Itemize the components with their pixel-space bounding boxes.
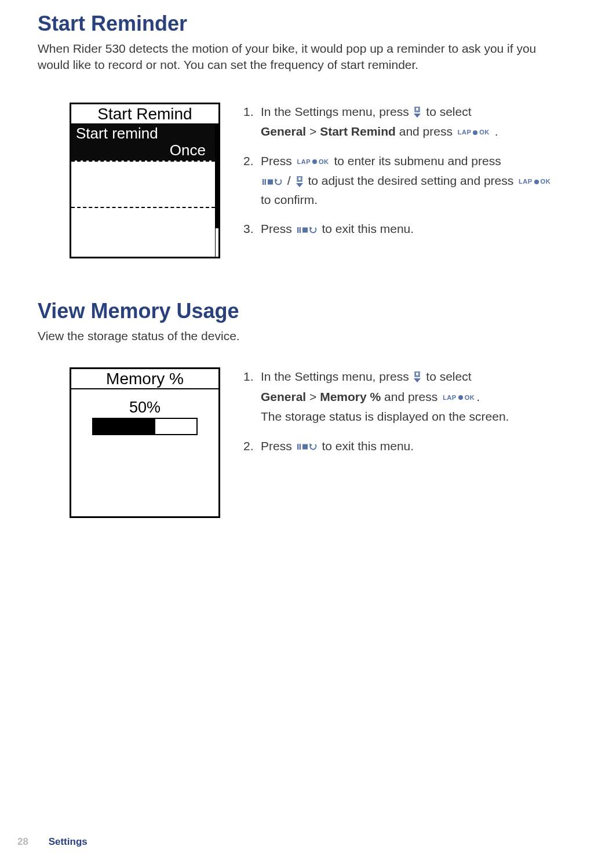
device-divider <box>71 161 215 162</box>
device-divider <box>71 207 215 208</box>
page-footer: 28 Settings <box>17 836 87 848</box>
svg-rect-18 <box>299 444 300 450</box>
step-number: 2. <box>243 152 256 210</box>
step-text: . <box>476 390 480 403</box>
svg-rect-19 <box>302 444 308 450</box>
pause-stop-back-icon <box>297 227 317 234</box>
lap-ok-icon: LAP OK <box>458 127 490 137</box>
step-number: 1. <box>243 367 256 426</box>
step-text: to adjust the desired setting and press <box>308 174 513 187</box>
record-dot-icon <box>458 395 463 400</box>
step-text: and press <box>384 390 437 403</box>
device-screen-start-remind: Start Remind Start remind Once <box>70 103 220 258</box>
device-header: Start Remind <box>71 104 218 125</box>
intro-start-reminder: When Rider 530 detects the motion of you… <box>38 41 557 74</box>
step-text: to confirm. <box>261 193 318 206</box>
svg-marker-2 <box>414 114 421 118</box>
pause-stop-back-icon <box>262 178 282 185</box>
page-number: 28 <box>17 836 28 847</box>
steps-memory-usage: 1. In the Settings menu, press to select… <box>243 367 557 518</box>
step-text: . <box>495 125 498 138</box>
ok-label: OK <box>479 127 490 137</box>
ok-label: OK <box>541 177 551 187</box>
intro-memory-usage: View the storage status of the device. <box>38 328 557 344</box>
step-text: to select <box>426 370 471 383</box>
path-memory: Memory % <box>320 390 381 403</box>
device-row-value: Once <box>76 141 210 159</box>
step-text: In the Settings menu, press <box>261 105 409 118</box>
step-1: 1. In the Settings menu, press to select… <box>243 367 557 426</box>
path-general: General <box>261 125 306 138</box>
record-dot-icon <box>312 159 317 164</box>
lap-ok-icon: LAP OK <box>297 157 329 167</box>
row-start-reminder: Start Remind Start remind Once 1. In the… <box>38 103 557 258</box>
scrollbar-thumb <box>215 124 218 228</box>
device-row-label: Start remind <box>76 125 210 143</box>
svg-rect-3 <box>262 179 264 185</box>
step-text: to select <box>426 105 471 118</box>
page-down-icon <box>296 176 304 188</box>
record-dot-icon <box>534 180 539 184</box>
device-screen-memory: Memory % 50% <box>70 367 220 518</box>
memory-value: 50% <box>71 399 218 417</box>
svg-rect-8 <box>298 177 301 180</box>
svg-marker-9 <box>296 183 303 187</box>
svg-rect-4 <box>265 179 266 185</box>
svg-rect-12 <box>302 227 308 232</box>
step-1: 1. In the Settings menu, press to select… <box>243 103 557 141</box>
path-start-remind: Start Remind <box>320 125 396 138</box>
lap-label: LAP <box>519 177 533 187</box>
svg-rect-11 <box>299 227 300 233</box>
page-down-icon <box>413 371 421 383</box>
memory-progress-bar <box>92 418 198 435</box>
device-header: Memory % <box>71 369 218 389</box>
step-text: to exit this menu. <box>322 439 414 453</box>
steps-start-reminder: 1. In the Settings menu, press to select… <box>243 103 557 258</box>
path-separator: > <box>309 390 316 403</box>
footer-section: Settings <box>49 836 87 847</box>
device-row-highlight: Start remind Once <box>71 125 215 161</box>
lap-label: LAP <box>297 157 311 167</box>
step-number: 1. <box>243 103 256 141</box>
lap-ok-icon: LAP OK <box>519 177 550 187</box>
svg-rect-5 <box>268 179 273 184</box>
step-number: 2. <box>243 437 256 456</box>
step-2: 2. Press LAP OK to enter its submenu and… <box>243 152 557 210</box>
lap-label: LAP <box>443 393 457 403</box>
svg-rect-10 <box>297 227 298 233</box>
memory-progress-fill <box>93 419 155 434</box>
section-title-start-reminder: Start Reminder <box>38 12 557 36</box>
pause-stop-back-icon <box>297 443 317 450</box>
step-2: 2. Press to exit this menu. <box>243 437 557 456</box>
svg-rect-17 <box>297 444 298 450</box>
path-separator: > <box>309 125 316 138</box>
lap-ok-icon: LAP OK <box>443 393 475 403</box>
step-number: 3. <box>243 220 256 239</box>
step-text: Press <box>261 154 292 167</box>
step-text: / <box>287 174 291 187</box>
section-title-memory-usage: View Memory Usage <box>38 299 557 323</box>
svg-rect-15 <box>416 373 419 376</box>
step-text: to enter its submenu and press <box>334 154 501 167</box>
row-memory-usage: Memory % 50% 1. In the Settings menu, pr… <box>38 367 557 518</box>
step-text: In the Settings menu, press <box>261 370 409 383</box>
page-down-icon <box>413 107 421 118</box>
step-text: and press <box>399 125 453 138</box>
step-text: to exit this menu. <box>322 222 414 235</box>
step-3: 3. Press to exit this menu. <box>243 220 557 239</box>
path-general: General <box>261 390 306 403</box>
svg-marker-16 <box>414 378 421 382</box>
svg-rect-1 <box>416 108 419 111</box>
step-text: The storage status is displayed on the s… <box>261 407 509 426</box>
ok-label: OK <box>465 393 475 403</box>
ok-label: OK <box>319 157 329 167</box>
step-text: Press <box>261 222 292 235</box>
record-dot-icon <box>473 130 477 135</box>
lap-label: LAP <box>458 127 472 137</box>
step-text: Press <box>261 439 292 453</box>
